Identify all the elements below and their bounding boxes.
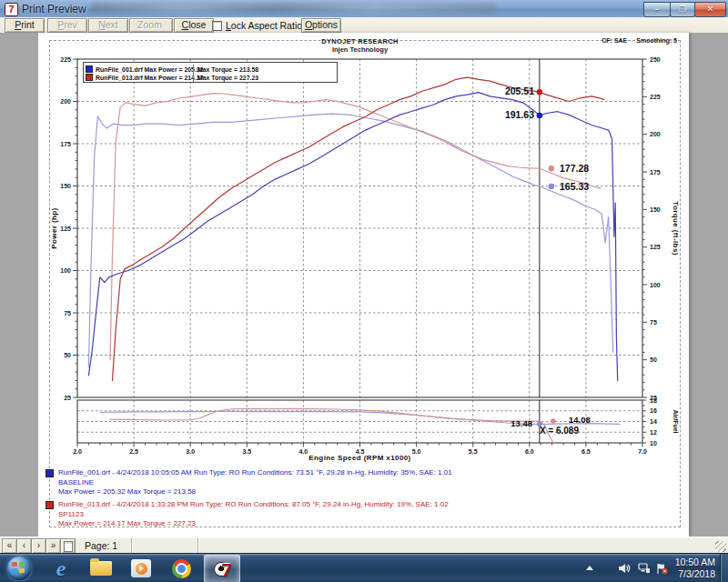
last-page-button[interactable]: » — [46, 538, 61, 554]
lock-aspect-ratio-label[interactable]: Lock Aspect Ratio — [226, 20, 302, 31]
next-page-button[interactable]: Next — [88, 18, 128, 33]
dyno-chart-canvas[interactable]: 2252001751501251007550252502252001751501… — [38, 33, 689, 536]
lock-aspect-ratio-checkbox[interactable] — [212, 21, 222, 31]
svg-text:25: 25 — [64, 395, 71, 401]
minimize-button[interactable]: – — [643, 2, 671, 17]
cursor-readout-power-blue: 191.63 — [483, 109, 534, 120]
svg-text:175: 175 — [60, 141, 71, 147]
app-icon: 7 — [5, 3, 18, 16]
hidden-icons-arrow[interactable] — [582, 562, 597, 575]
svg-text:75: 75 — [64, 310, 71, 316]
svg-text:75: 75 — [650, 319, 657, 326]
clock-time: 10:50 AM — [662, 557, 715, 568]
svg-text:10: 10 — [650, 440, 657, 447]
svg-text:125: 125 — [60, 226, 71, 232]
svg-text:200: 200 — [60, 98, 71, 105]
network-icon[interactable] — [637, 562, 652, 575]
close-window-button[interactable]: ✕ — [694, 2, 726, 17]
cursor-readout-torque-blue: 165.33 — [560, 181, 589, 192]
print-button[interactable]: Print — [5, 18, 45, 33]
svg-text:5.5: 5.5 — [469, 448, 478, 455]
svg-text:14: 14 — [650, 418, 657, 425]
svg-text:3.0: 3.0 — [186, 448, 195, 455]
cursor-readout-power-red: 205.51 — [483, 85, 534, 96]
legend-swatch-blue — [86, 65, 93, 73]
close-preview-button[interactable]: Close — [174, 18, 214, 33]
chrome-icon[interactable] — [164, 555, 198, 582]
svg-text:Air/Fuel: Air/Fuel — [672, 409, 679, 433]
previous-page-button[interactable]: ‹ — [16, 538, 32, 554]
svg-text:Power (hp): Power (hp) — [50, 207, 58, 248]
svg-text:16: 16 — [650, 407, 657, 414]
svg-text:200: 200 — [650, 131, 661, 137]
svg-text:2.0: 2.0 — [73, 448, 82, 455]
redacted-document-path — [91, 4, 496, 14]
print-page: DYNOJET RESEARCH Injen Technology CF: SA… — [38, 33, 689, 537]
run-swatch-blue — [46, 469, 54, 477]
cursor-x-label: X = 6.089 — [491, 426, 579, 436]
next-page-button-nav[interactable]: › — [31, 538, 46, 554]
svg-text:150: 150 — [60, 183, 71, 189]
svg-text:250: 250 — [650, 56, 661, 63]
svg-text:100: 100 — [650, 282, 661, 288]
file-explorer-icon[interactable] — [84, 555, 118, 582]
start-button[interactable] — [7, 557, 31, 580]
cursor-readout-torque-red: 177.28 — [560, 163, 589, 174]
page-navigation-bar: « ‹ › » Page: 1 — [0, 537, 728, 554]
svg-text:100: 100 — [60, 267, 71, 274]
window-title: Print Preview — [22, 3, 86, 15]
volume-icon[interactable] — [617, 562, 632, 575]
run-swatch-red — [46, 501, 54, 509]
svg-text:225: 225 — [650, 94, 661, 100]
svg-text:6.0: 6.0 — [525, 448, 534, 455]
page-number-label: Page: 1 — [85, 540, 117, 551]
seven-logo: 7 — [221, 558, 231, 582]
goto-page-button[interactable] — [60, 538, 76, 554]
chart-legend: RunFile_001.drf Max Power = 205.32 Max T… — [83, 62, 338, 83]
media-player-icon[interactable] — [124, 555, 158, 582]
restore-button[interactable]: ❐ — [670, 2, 695, 17]
svg-text:225: 225 — [60, 56, 71, 63]
svg-text:175: 175 — [650, 169, 661, 176]
svg-text:50: 50 — [64, 352, 71, 358]
first-page-button[interactable]: « — [2, 538, 17, 554]
svg-text:6.5: 6.5 — [581, 448, 591, 455]
windows-taskbar: e 7 10:50 AM 7/3/2018 — [0, 553, 728, 582]
svg-text:5.0: 5.0 — [412, 448, 421, 455]
show-desktop-button[interactable] — [720, 554, 728, 582]
internet-explorer-icon[interactable]: e — [44, 555, 78, 582]
svg-text:150: 150 — [650, 206, 661, 213]
title-bar: 7 Print Preview – ❐ ✕ — [0, 0, 728, 18]
svg-text:7.0: 7.0 — [638, 448, 647, 455]
options-button[interactable]: Options — [301, 18, 341, 33]
svg-text:12: 12 — [650, 429, 657, 436]
svg-text:50: 50 — [650, 356, 657, 363]
winpep7-active-app-icon[interactable]: 7 — [204, 555, 240, 582]
svg-text:2.5: 2.5 — [129, 448, 138, 455]
resize-grip[interactable] — [715, 541, 726, 552]
legend-row: RunFile_013.drf Max Power = 214.17 Max T… — [84, 73, 337, 82]
prev-page-button[interactable]: Prev — [47, 18, 87, 33]
legend-swatch-red — [86, 74, 93, 81]
print-preview-toolbar: Print Prev Next Zoom Out Close Lock Aspe… — [0, 17, 728, 34]
taskbar-clock[interactable]: 10:50 AM 7/3/2018 — [662, 557, 715, 580]
svg-text:Engine Speed (RPM x1000): Engine Speed (RPM x1000) — [308, 454, 410, 462]
zoom-out-button[interactable]: Zoom Out — [129, 18, 173, 33]
svg-text:Torque (ft-lbs): Torque (ft-lbs) — [672, 201, 680, 256]
svg-text:4.0: 4.0 — [299, 448, 308, 455]
svg-text:3.5: 3.5 — [242, 448, 251, 455]
cursor-readout-af-red: 14.08 — [569, 415, 591, 425]
clock-date: 7/3/2018 — [662, 568, 715, 580]
page-icon — [64, 541, 73, 552]
preview-area: DYNOJET RESEARCH Injen Technology CF: SA… — [0, 33, 728, 537]
svg-text:125: 125 — [650, 244, 661, 250]
svg-text:18: 18 — [650, 397, 657, 404]
